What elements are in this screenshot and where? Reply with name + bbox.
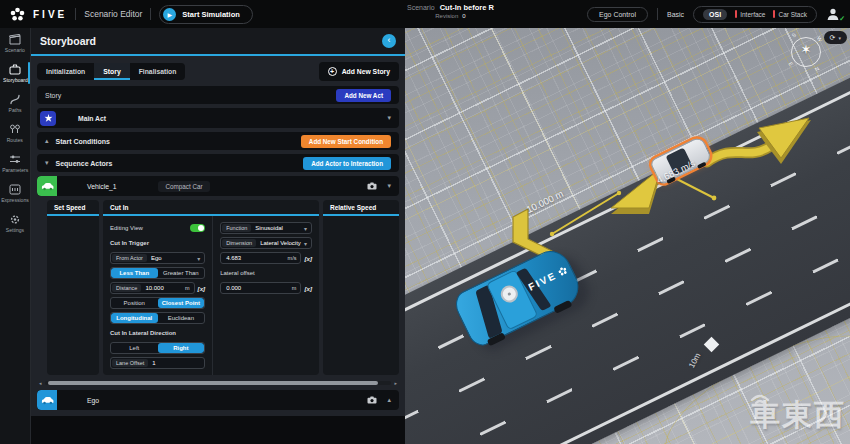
velocity-input[interactable]: 4.683 m/s [220,252,301,264]
compass-south: S [791,31,797,38]
chevron-down-icon[interactable]: ▾ [387,182,391,190]
start-conditions-label: Start Conditions [56,138,110,145]
osi-button[interactable]: OSI [703,9,727,20]
scroll-left-icon[interactable]: ◂ [39,380,42,386]
tab-story[interactable]: Story [94,63,129,80]
editing-view-row: Editing View [110,222,205,234]
camera-icon[interactable] [367,396,377,404]
expression-icon[interactable]: [x] [304,255,312,262]
left-nav-rail: Scenario Storyboard Paths Routes Paramet… [0,28,30,444]
chevron-down-icon[interactable]: ▾ [387,114,391,122]
distance-input[interactable]: Distance 10.000 m [110,282,195,294]
brand-name: FIVE [33,9,67,20]
sidebar-item-settings[interactable]: Settings [0,208,30,238]
vehicle-icon [37,176,57,196]
from-actor-select[interactable]: From Actor Ego ▾ [110,252,205,264]
collapse-panel-button[interactable]: ‹ [382,34,396,48]
lane-offset-input[interactable]: Lane Offset 1 [110,357,205,369]
story-header-row: Story Add New Act [37,86,399,104]
set-speed-column[interactable]: Set Speed [47,200,99,375]
storyboard-panel-header: Storyboard ‹ [31,28,405,56]
longitudinal-option[interactable]: Longitudinal [111,313,158,323]
greater-than-option[interactable]: Greater Than [158,268,205,278]
lateral-offset-input[interactable]: 0.000 m [220,282,301,294]
gear-icon [9,214,21,225]
top-bar-left: FIVE Scenario Editor ▶ Start Simulation [0,5,253,24]
compass-star-icon: ✶ [787,42,825,57]
right-option[interactable]: Right [158,343,205,353]
sidebar-item-parameters[interactable]: Parameters [0,148,30,178]
revision-label: Revision [435,13,458,19]
sidebar-item-storyboard[interactable]: Storyboard [0,58,30,88]
route-pins-icon [9,124,21,135]
vehicle-1-row[interactable]: Vehicle_1 Compact Car ▾ [37,176,399,196]
sidebar-item-expressions[interactable]: Expressions [0,178,30,208]
tab-initialization[interactable]: Initialization [37,63,94,80]
scrollbar-track[interactable] [45,381,392,385]
lateral-direction-label-row: Cut In Lateral Direction [110,327,205,339]
view-rotate-button[interactable]: ⟳ ▾ [824,31,847,44]
user-check-icon: ✓ [839,15,845,23]
ego-control-button[interactable]: Ego Control [587,7,648,22]
cut-in-column: Cut In Editing View Cut In Trigger F [103,200,319,375]
position-toggle: Position Closest Point [110,297,205,309]
euclidean-option[interactable]: Euclidean [158,313,205,323]
start-conditions-row[interactable]: ▴ Start Conditions Add New Start Conditi… [37,132,399,150]
sequence-actors-row[interactable]: ▾ Sequence Actors Add Actor to Interacti… [37,154,399,172]
sidebar-item-scenario[interactable]: Scenario [0,28,30,58]
dimension-select[interactable]: Dimension Lateral Velocity ▾ [220,237,312,249]
storyboard-panel: Storyboard ‹ Initialization Story Finali… [30,28,405,444]
chevron-up-icon[interactable]: ▴ [387,396,391,404]
interface-status-indicator [735,10,737,18]
tab-finalisation[interactable]: Finalisation [130,63,186,80]
ego-row[interactable]: Ego ▴ [37,390,399,410]
play-icon: ▶ [163,8,176,21]
sliders-icon [9,154,21,165]
less-than-option[interactable]: Less Than [111,268,158,278]
left-option[interactable]: Left [111,343,158,353]
sequence-actors-label: Sequence Actors [56,160,113,167]
main-act-row[interactable]: Main Act ▾ [37,108,399,128]
scenario-label: Scenario [407,4,435,11]
scrollbar-thumb[interactable] [48,381,378,385]
start-simulation-button[interactable]: ▶ Start Simulation [159,5,253,24]
set-speed-header: Set Speed [47,200,99,216]
editing-view-label: Editing View [110,225,143,231]
divider [657,8,658,20]
clapperboard-icon [9,34,21,45]
scroll-right-icon[interactable]: ▸ [394,380,397,386]
plus-icon: + [328,67,337,76]
rotate-icon: ⟳ [830,34,836,42]
chevron-down-icon[interactable]: ▾ [45,159,49,167]
3d-viewport[interactable]: FIVE 10.000 m 4.683 m/s 10m ✶ S W N E [405,28,850,444]
cut-in-header: Cut In [103,200,319,216]
editing-view-toggle[interactable] [190,224,205,232]
basic-mode-button[interactable]: Basic [667,11,684,18]
sidebar-item-routes[interactable]: Routes [0,118,30,148]
cut-in-trigger-column: Editing View Cut In Trigger From Actor E… [103,216,213,375]
compass-gizmo[interactable]: ✶ S W N E [787,33,825,71]
position-option[interactable]: Position [111,298,158,308]
chevron-up-icon[interactable]: ▴ [45,137,49,145]
add-new-act-button[interactable]: Add New Act [336,89,391,102]
closest-point-option[interactable]: Closest Point [158,298,205,308]
add-new-start-condition-button[interactable]: Add New Start Condition [301,135,391,148]
vehicle-type-chip: Compact Car [158,181,209,192]
chevron-down-icon: ▾ [304,240,307,247]
user-avatar[interactable]: ✓ [826,7,842,21]
function-select[interactable]: Function Sinusoidal ▾ [220,222,312,234]
expression-icon[interactable]: [x] [198,285,206,292]
compass-east: E [787,61,794,67]
camera-icon[interactable] [367,182,377,190]
car-stack-status[interactable]: Car Stack [773,10,807,18]
storyboard-panel-body: Initialization Story Finalisation + Add … [31,56,405,416]
cut-in-function-column: Function Sinusoidal ▾ Dimension Lateral … [213,216,319,375]
connection-status-group: OSI Interface Car Stack [693,6,817,23]
add-actor-to-interaction-button[interactable]: Add Actor to Interaction [303,157,391,170]
interface-status[interactable]: Interface [735,10,765,18]
lateral-offset-label-row: Lateral offset [220,267,312,279]
sidebar-item-paths[interactable]: Paths [0,88,30,118]
expression-icon[interactable]: [x] [304,285,312,292]
add-new-story-button[interactable]: + Add New Story [319,62,399,81]
relative-speed-column[interactable]: Relative Speed [323,200,399,375]
